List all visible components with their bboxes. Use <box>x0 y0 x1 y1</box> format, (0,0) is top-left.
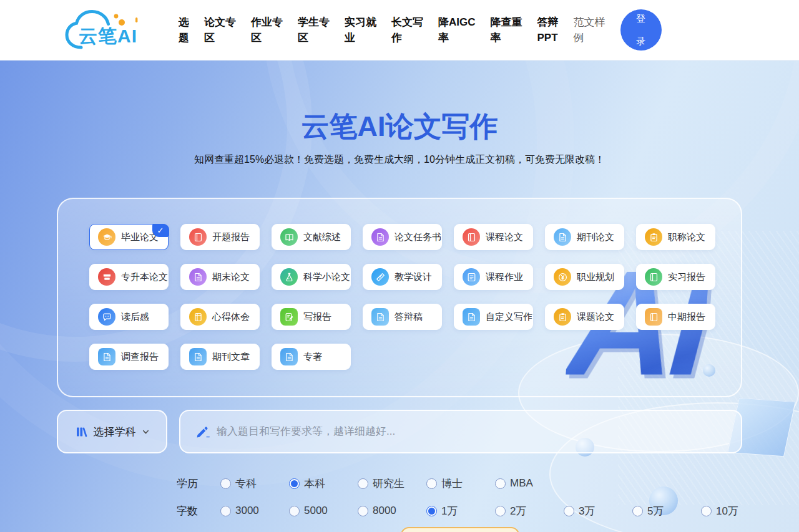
radio-label: 1万 <box>441 504 458 518</box>
radio-option[interactable]: 2万 <box>495 504 564 518</box>
doc-type-panel: 毕业论文✓开题报告文献综述论文任务书课程论文期刊论文职称论文专升本论文期末论文科… <box>57 198 742 397</box>
doc-type-label: 期刊论文 <box>577 231 614 243</box>
doc-type-label: 答辩稿 <box>395 311 423 323</box>
doc-type-button[interactable]: 写报告 <box>272 304 351 330</box>
radio-icon[interactable] <box>426 506 437 516</box>
word-count-label: 字数 <box>177 504 220 518</box>
nav-item[interactable]: 学生专 区 <box>298 14 330 46</box>
doc-type-button[interactable]: 专升本论文 <box>89 264 169 290</box>
logo-text: 云笔AI <box>79 24 137 49</box>
pencil-icon <box>195 425 210 439</box>
login-button[interactable]: 登 录 <box>620 9 662 51</box>
doc-type-label: 专升本论文 <box>121 271 168 283</box>
doc-type-button[interactable]: 中期报告 <box>636 304 715 330</box>
logo[interactable]: 云笔AI <box>62 5 179 55</box>
doc-type-button[interactable]: 期刊论文 <box>545 224 624 250</box>
doc-type-button[interactable]: 期刊文章 <box>180 344 260 370</box>
radio-option[interactable]: 8000 <box>358 504 426 518</box>
doc-type-button[interactable]: 专著 <box>272 344 351 370</box>
nav-item[interactable]: 长文写 作 <box>391 14 423 46</box>
education-row: 学历 专科本科研究生博士MBA <box>57 473 742 494</box>
doc-type-button[interactable]: 课题论文 <box>545 304 624 330</box>
document-icon <box>371 228 389 246</box>
chat-icon <box>98 308 115 326</box>
radio-option[interactable]: 本科 <box>289 476 358 491</box>
radio-option[interactable]: 3000 <box>220 504 289 518</box>
radio-icon[interactable] <box>495 478 506 489</box>
doc-type-button[interactable]: 实习报告 <box>636 264 715 290</box>
document-icon <box>98 348 115 365</box>
radio-icon[interactable] <box>426 478 437 489</box>
radio-icon[interactable] <box>220 478 231 489</box>
subject-select-label: 选择学科 <box>94 425 136 439</box>
nav-item[interactable]: 论文专 区 <box>204 14 236 46</box>
doc-type-button[interactable]: 职业规划 <box>545 264 624 290</box>
radio-icon[interactable] <box>564 506 574 516</box>
word-count-row: 字数 3000500080001万2万3万5万10万 <box>57 500 742 521</box>
nav-item[interactable]: 实习就 业 <box>345 14 376 46</box>
radio-icon[interactable] <box>495 506 506 516</box>
doc-type-button[interactable]: 开题报告 <box>180 224 260 250</box>
nav-item[interactable]: 降查重 率 <box>491 14 522 46</box>
doc-type-button[interactable]: 心得体会 <box>180 304 260 330</box>
radio-option[interactable]: 5000 <box>289 504 358 518</box>
radio-icon[interactable] <box>220 506 231 516</box>
radio-icon[interactable] <box>632 506 643 516</box>
doc-type-button[interactable]: 课程论文 <box>454 224 533 250</box>
ruler-pen-icon <box>371 268 389 286</box>
doc-type-button[interactable]: 读后感 <box>89 304 169 330</box>
radio-option[interactable]: MBA <box>495 476 564 491</box>
money-icon <box>554 268 571 286</box>
doc-type-label: 心得体会 <box>212 311 250 323</box>
doc-type-button[interactable]: 职称论文 <box>636 224 715 250</box>
radio-icon[interactable] <box>289 478 300 489</box>
doc-type-button[interactable]: 调查报告 <box>89 344 169 370</box>
doc-type-button[interactable]: 教学设计 <box>363 264 442 290</box>
doc-type-label: 教学设计 <box>395 271 432 283</box>
radio-option[interactable]: 3万 <box>564 504 632 518</box>
doc-type-button[interactable]: 答辩稿 <box>363 304 442 330</box>
doc-type-label: 职业规划 <box>577 271 614 283</box>
radio-label: 8000 <box>373 505 396 517</box>
radio-label: 专科 <box>235 476 257 491</box>
doc-type-grid: 毕业论文✓开题报告文献综述论文任务书课程论文期刊论文职称论文专升本论文期末论文科… <box>89 224 715 370</box>
nav-item[interactable]: 作业专 区 <box>251 14 283 46</box>
notebook-icon <box>189 308 207 326</box>
doc-type-button[interactable]: 期末论文 <box>180 264 260 290</box>
radio-label: 5000 <box>304 505 328 517</box>
nav-item[interactable]: 范文样 例 <box>574 14 605 46</box>
nav-item[interactable]: 降AIGC 率 <box>438 14 476 46</box>
generate-button-peek[interactable] <box>401 527 519 532</box>
clipboard-icon <box>645 228 662 246</box>
subject-select[interactable]: 选择学科 <box>57 410 167 453</box>
topic-input[interactable] <box>217 425 726 438</box>
radio-option[interactable]: 1万 <box>426 504 495 518</box>
radio-option[interactable]: 博士 <box>426 476 495 491</box>
radio-option[interactable]: 10万 <box>701 504 770 518</box>
document-icon <box>189 268 207 286</box>
radio-option[interactable]: 研究生 <box>358 476 426 491</box>
nav-item[interactable]: 答辩 PPT <box>537 14 559 46</box>
open-book-icon <box>280 228 298 246</box>
doc-type-button[interactable]: 科学小论文 <box>272 264 351 290</box>
doc-type-button[interactable]: 课程作业 <box>454 264 533 290</box>
radio-option[interactable]: 5万 <box>632 504 701 518</box>
page-subtitle: 知网查重超15%必退款！免费选题，免费生成大纲，10分钟生成正文初稿，可免费无限… <box>0 153 799 167</box>
check-icon: ✓ <box>152 224 169 237</box>
nav-item[interactable]: 选 题 <box>179 14 189 46</box>
doc-type-button[interactable]: 自定义写作 <box>454 304 533 330</box>
doc-type-button[interactable]: 毕业论文✓ <box>89 224 169 250</box>
document-icon <box>371 308 389 326</box>
radio-icon[interactable] <box>701 506 712 516</box>
form-row: 选择学科 <box>57 410 742 453</box>
page: AI 云笔AI 选 题论文专 区作业专 区学生专 区实习就 业长文写 作降AIG… <box>0 0 799 532</box>
doc-type-button[interactable]: 文献综述 <box>272 224 351 250</box>
doc-type-button[interactable]: 论文任务书 <box>363 224 442 250</box>
radio-label: 3000 <box>235 505 259 517</box>
radio-icon[interactable] <box>358 478 368 489</box>
doc-type-label: 期刊文章 <box>212 351 250 363</box>
radio-icon[interactable] <box>289 506 300 516</box>
radio-icon[interactable] <box>358 506 368 516</box>
radio-label: 5万 <box>647 504 664 518</box>
radio-option[interactable]: 专科 <box>220 476 289 491</box>
